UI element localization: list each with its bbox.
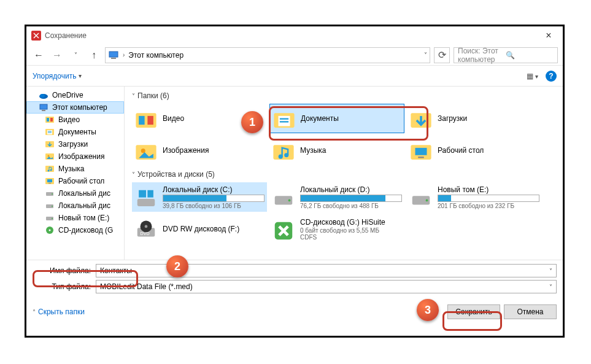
bottom-panel: Имя файла: ˅ Тип файла: MOBILedit Data F… <box>26 260 563 300</box>
drive-icon <box>45 213 55 223</box>
sidebar: OneDriveЭтот компьютерВидеоДокументыЗагр… <box>26 87 125 260</box>
close-button[interactable]: × <box>539 30 558 41</box>
svg-rect-21 <box>47 179 52 182</box>
drive-icon <box>45 201 55 211</box>
download-icon <box>409 109 433 128</box>
image-icon <box>45 152 55 161</box>
folder-music[interactable]: Музыка <box>269 136 404 165</box>
drive-icon <box>45 188 55 198</box>
svg-rect-41 <box>273 145 293 160</box>
forward-button[interactable]: → <box>50 48 64 63</box>
svg-point-28 <box>52 218 53 219</box>
svg-rect-45 <box>415 148 427 155</box>
video-icon <box>134 109 158 128</box>
svg-rect-22 <box>48 183 51 184</box>
search-box[interactable]: Поиск: Этот компьютер 🔍 <box>454 47 558 63</box>
drive-item[interactable]: Новый том (E:)201 ГБ свободно из 232 ГБ <box>407 182 542 212</box>
cancel-button[interactable]: Отмена <box>504 304 557 319</box>
svg-point-19 <box>50 169 52 171</box>
sidebar-item-music[interactable]: Музыка <box>26 163 124 175</box>
desktop-icon <box>45 176 55 186</box>
help-button[interactable]: ? <box>546 71 557 82</box>
svg-rect-47 <box>137 199 155 206</box>
svg-point-30 <box>49 230 51 231</box>
address-bar[interactable]: › ˅ <box>105 47 430 63</box>
download-icon <box>45 139 55 149</box>
sidebar-item-pc[interactable]: Этот компьютер <box>26 101 124 114</box>
drive-item[interactable]: CD-дисковод (G:) HiSuite0 байт свободно … <box>269 214 404 244</box>
up-folder-button[interactable]: ↑ <box>87 48 101 63</box>
hisuite-icon <box>272 219 295 239</box>
svg-rect-49 <box>147 190 153 198</box>
window-title: Сохранение <box>45 31 87 40</box>
sidebar-item-download[interactable]: Загрузки <box>26 138 124 150</box>
image-icon <box>134 141 158 160</box>
svg-rect-46 <box>418 157 424 158</box>
toolbar: Упорядочить▾ ▦ ▾ ? <box>26 66 563 87</box>
filetype-label: Тип файла: <box>33 282 91 291</box>
hide-folders-link[interactable]: Скрыть папки <box>38 308 85 316</box>
svg-point-24 <box>52 193 53 195</box>
sidebar-item-drive[interactable]: Новый том (E:) <box>26 212 124 224</box>
svg-rect-17 <box>45 166 54 172</box>
sidebar-item-drive[interactable]: Локальный дис <box>26 199 124 212</box>
sidebar-item-video[interactable]: Видео <box>26 114 124 126</box>
folder-image[interactable]: Изображения <box>132 136 267 165</box>
svg-rect-9 <box>50 118 53 122</box>
drive-item[interactable]: Локальный диск (C:)39,8 ГБ свободно из 1… <box>132 182 267 212</box>
drives-header[interactable]: ˅Устройства и диски (5) <box>132 170 555 179</box>
music-icon <box>45 164 55 174</box>
search-icon: 🔍 <box>506 51 554 60</box>
sidebar-item-drive[interactable]: Локальный дис <box>26 187 124 199</box>
pc-icon <box>39 103 48 112</box>
sidebar-item-cd[interactable]: CD-дисковод (G <box>26 224 124 236</box>
filename-input[interactable]: ˅ <box>96 264 557 277</box>
doc-icon <box>272 109 296 128</box>
svg-point-53 <box>426 199 428 201</box>
svg-text:DVD: DVD <box>141 231 150 236</box>
folder-doc[interactable]: Документы <box>269 104 404 133</box>
svg-point-4 <box>40 94 45 98</box>
folder-download[interactable]: Загрузки <box>407 104 542 133</box>
view-menu[interactable]: ▦ ▾ <box>527 72 538 80</box>
video-icon <box>45 115 55 125</box>
hdd-icon <box>272 187 295 207</box>
svg-rect-1 <box>109 52 118 57</box>
filename-label: Имя файла: <box>33 266 91 275</box>
app-icon <box>31 31 41 41</box>
drive-item[interactable]: Локальный диск (D:)76,2 ГБ свободно из 4… <box>269 182 404 212</box>
svg-rect-32 <box>139 116 145 125</box>
doc-icon <box>45 127 55 137</box>
svg-point-56 <box>145 225 148 228</box>
svg-rect-8 <box>47 118 49 122</box>
actions-row: ˄ Скрыть папки Сохранить Отмена <box>26 300 563 324</box>
cd-icon <box>45 225 55 235</box>
up-button[interactable]: ˅ <box>68 48 83 63</box>
organize-menu[interactable]: Упорядочить▾ <box>33 72 82 80</box>
dvd-icon: DVD <box>134 219 158 239</box>
svg-rect-5 <box>40 104 47 109</box>
svg-point-43 <box>284 153 288 157</box>
filetype-select[interactable]: MOBILedit Data File (*.med)˅ <box>96 280 557 293</box>
save-button[interactable]: Сохранить <box>447 304 500 319</box>
address-input[interactable] <box>128 51 420 60</box>
drive-item[interactable]: DVDDVD RW дисковод (F:) <box>132 214 267 244</box>
folders-header[interactable]: ˅Папки (6) <box>132 91 555 100</box>
windrive-icon <box>134 187 158 207</box>
desktop-icon <box>409 141 433 160</box>
refresh-button[interactable]: ⟳ <box>434 47 450 63</box>
hdd-icon <box>409 187 433 207</box>
sidebar-item-desktop[interactable]: Рабочий стол <box>26 175 124 187</box>
folder-desktop[interactable]: Рабочий стол <box>407 136 542 165</box>
svg-rect-33 <box>147 116 153 125</box>
svg-rect-6 <box>42 110 45 111</box>
svg-point-51 <box>288 199 291 201</box>
sidebar-item-doc[interactable]: Документы <box>26 126 124 138</box>
music-icon <box>272 141 295 160</box>
sidebar-item-onedrive[interactable]: OneDrive <box>26 89 124 101</box>
folder-video[interactable]: Видео <box>132 104 267 133</box>
sidebar-item-image[interactable]: Изображения <box>26 150 124 163</box>
pc-icon <box>108 50 119 61</box>
back-button[interactable]: ← <box>31 48 46 63</box>
svg-point-26 <box>52 206 53 207</box>
